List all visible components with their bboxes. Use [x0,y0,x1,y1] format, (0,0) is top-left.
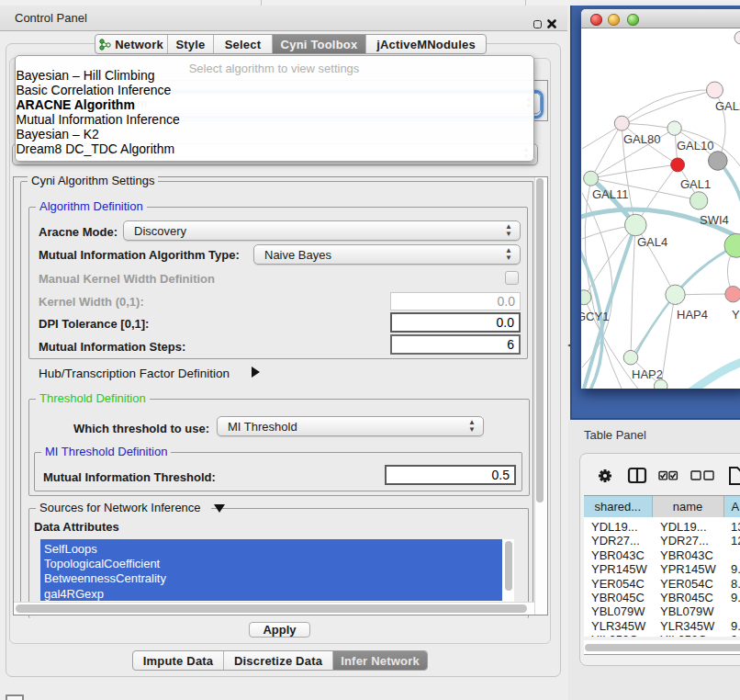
svg-text:GAL10: GAL10 [677,139,713,152]
svg-text:GCY1: GCY1 [581,310,609,323]
svg-text:GAL11: GAL11 [592,187,629,201]
svg-text:SWI4: SWI4 [700,213,729,227]
svg-text:YBR: YBR [732,308,740,322]
svg-text:GAL1: GAL1 [680,177,711,191]
svg-text:GAL4: GAL4 [637,235,667,249]
svg-text:HAP2: HAP2 [632,367,663,381]
svg-text:GAL80: GAL80 [623,132,660,146]
svg-text:GAL2: GAL2 [715,99,740,113]
svg-text:HAP4: HAP4 [677,308,708,322]
